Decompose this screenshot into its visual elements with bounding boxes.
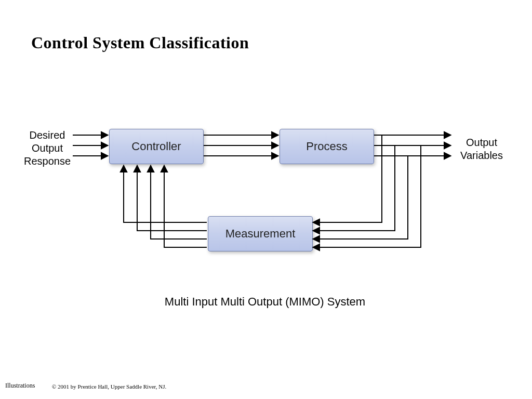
block-controller: Controller <box>109 129 204 164</box>
connectors <box>0 0 532 399</box>
arrows-controller-to-process <box>204 135 278 156</box>
arrows-measurement-to-controller <box>124 165 207 247</box>
arrows-input-to-controller <box>73 135 108 156</box>
footer-left: Illustrations <box>5 382 35 390</box>
block-process: Process <box>280 129 374 164</box>
block-measurement: Measurement <box>208 216 313 251</box>
output-label: OutputVariables <box>453 136 510 162</box>
input-label: DesiredOutputResponse <box>19 129 76 168</box>
footer-copyright: © 2001 by Prentice Hall, Upper Saddle Ri… <box>52 383 166 390</box>
diagram-caption: Multi Input Multi Output (MIMO) System <box>145 295 384 309</box>
arrows-process-to-output <box>374 135 451 156</box>
page-title: Control System Classification <box>31 33 249 52</box>
